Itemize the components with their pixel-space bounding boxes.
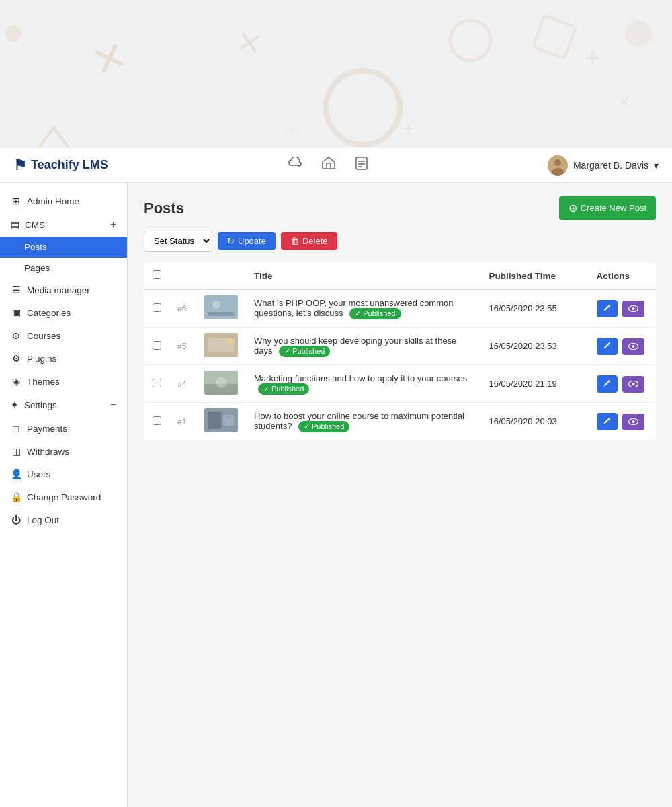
- main-layout: ⊞ Admin Home ▤ CMS + Posts Pages ☰ Media…: [0, 183, 672, 807]
- logo[interactable]: ⚑ Teachify LMS: [13, 157, 108, 174]
- sidebar-item-users[interactable]: 👤 Users: [0, 463, 127, 486]
- create-button-label: Create New Post: [581, 203, 646, 213]
- svg-text:+: +: [289, 122, 297, 137]
- svg-rect-5: [533, 15, 576, 59]
- row-thumb: [196, 328, 246, 365]
- table-row: #4 Marketing functions and how to apply …: [144, 365, 656, 403]
- row-thumb: [196, 403, 246, 440]
- sidebar-item-settings[interactable]: ✦ Settings −: [0, 393, 127, 417]
- payments-icon: ◻: [11, 423, 22, 434]
- badge-check-icon: ✓: [304, 422, 310, 431]
- sidebar-item-label: Themes: [27, 377, 60, 387]
- col-num: [169, 263, 196, 290]
- post-title-text: Marketing functions and how to apply it …: [254, 373, 467, 383]
- edit-post-button[interactable]: [597, 413, 618, 430]
- edit-post-button[interactable]: [597, 338, 618, 355]
- row-published-time: 16/05/2020 20:03: [481, 403, 589, 440]
- badge-check-icon: ✓: [284, 347, 290, 356]
- sidebar-item-plugins[interactable]: ⚙ Plugins: [0, 347, 127, 370]
- users-icon: 👤: [11, 469, 22, 479]
- cms-icon: ▤: [11, 219, 19, 230]
- sidebar-item-label: Payments: [27, 424, 67, 434]
- home-icon[interactable]: [322, 157, 335, 174]
- delete-label: Delete: [302, 236, 328, 246]
- create-new-post-button[interactable]: ⊕ Create New Post: [559, 196, 656, 220]
- document-icon[interactable]: [355, 157, 368, 174]
- delete-button[interactable]: 🗑 Delete: [281, 232, 337, 250]
- row-thumb: [196, 289, 246, 328]
- logo-text: Teachify LMS: [31, 158, 108, 172]
- sidebar-item-admin-home[interactable]: ⊞ Admin Home: [0, 190, 127, 213]
- sidebar-item-posts[interactable]: Posts: [0, 237, 127, 258]
- sidebar-item-label: Categories: [27, 308, 71, 318]
- cloud-icon[interactable]: [288, 157, 302, 174]
- post-thumbnail: [204, 295, 238, 319]
- row-checkbox[interactable]: [153, 416, 161, 425]
- table-row: #6 What is PHP OOP, your most unanswered…: [144, 289, 656, 328]
- logo-icon: ⚑: [13, 157, 27, 174]
- row-checkbox[interactable]: [153, 379, 161, 387]
- row-title: How to boost your online course to maxim…: [246, 403, 481, 440]
- row-checkbox-cell: [144, 289, 170, 328]
- row-thumb: [196, 365, 246, 403]
- row-num: #4: [169, 365, 196, 403]
- svg-point-32: [632, 307, 635, 310]
- svg-point-47: [632, 420, 635, 423]
- svg-point-40: [216, 377, 226, 388]
- sidebar-item-pages[interactable]: Pages: [0, 258, 127, 278]
- set-status-select[interactable]: Set Status Published Draft: [144, 231, 212, 252]
- edit-post-button[interactable]: [597, 300, 618, 317]
- sidebar-item-change-password[interactable]: 🔒 Change Password: [0, 486, 127, 508]
- lock-icon: 🔒: [11, 492, 22, 502]
- sidebar-item-media-manager[interactable]: ☰ Media manager: [0, 278, 127, 301]
- sidebar-item-label: Courses: [27, 331, 60, 341]
- row-actions: [589, 328, 656, 365]
- posts-label: Posts: [24, 242, 47, 252]
- view-post-button[interactable]: [622, 338, 644, 355]
- sidebar-item-payments[interactable]: ◻ Payments: [0, 417, 127, 440]
- select-all-checkbox[interactable]: [153, 270, 161, 279]
- col-checkbox: [144, 263, 170, 290]
- user-menu[interactable]: Margaret B. Davis ▾: [548, 155, 659, 176]
- sidebar-item-cms[interactable]: ▤ CMS +: [0, 213, 127, 237]
- view-post-button[interactable]: [622, 376, 644, 393]
- sidebar-item-themes[interactable]: ◈ Themes: [0, 370, 127, 393]
- settings-icon: ✦: [11, 399, 19, 410]
- svg-text:×: ×: [618, 89, 630, 112]
- sidebar-item-withdraws[interactable]: ◫ Withdraws: [0, 440, 127, 463]
- row-checkbox[interactable]: [153, 341, 161, 350]
- sidebar-item-courses[interactable]: ⊙ Courses: [0, 324, 127, 347]
- row-num: #5: [169, 328, 196, 365]
- badge-label: Published: [292, 347, 325, 355]
- topnav: ⚑ Teachify LMS: [0, 148, 672, 183]
- svg-point-9: [5, 26, 22, 42]
- create-plus-icon: ⊕: [569, 202, 577, 215]
- row-title: What is PHP OOP, your most unanswered co…: [246, 289, 481, 328]
- badge-label: Published: [312, 422, 344, 430]
- sidebar-item-label: Users: [27, 469, 50, 479]
- sidebar-item-log-out[interactable]: ⏻ Log Out: [0, 508, 127, 531]
- row-checkbox-cell: [144, 328, 170, 365]
- sidebar-item-categories[interactable]: ▣ Categories: [0, 301, 127, 324]
- row-checkbox-cell: [144, 403, 170, 440]
- row-actions: [589, 403, 656, 440]
- pages-label: Pages: [24, 263, 50, 273]
- media-icon: ☰: [11, 284, 22, 295]
- view-post-button[interactable]: [622, 301, 644, 317]
- badge-label: Published: [363, 309, 395, 317]
- nav-center: [108, 157, 548, 174]
- posts-table: Title Published Time Actions #6 W: [144, 262, 656, 440]
- post-thumbnail: [204, 371, 238, 395]
- update-button[interactable]: ↻ Update: [218, 232, 276, 250]
- badge-label: Published: [271, 385, 304, 393]
- row-checkbox[interactable]: [153, 303, 161, 312]
- svg-rect-21: [356, 157, 367, 169]
- view-post-button[interactable]: [622, 414, 644, 430]
- page-title: Posts: [144, 200, 184, 217]
- plugins-icon: ⚙: [11, 353, 22, 364]
- row-checkbox-cell: [144, 365, 170, 403]
- sidebar-item-label: Settings: [24, 400, 57, 410]
- edit-post-button[interactable]: [597, 375, 618, 393]
- row-num: #6: [169, 289, 196, 328]
- svg-point-3: [450, 20, 491, 61]
